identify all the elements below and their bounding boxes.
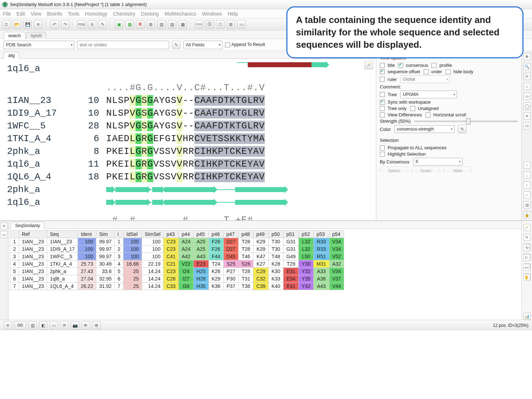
tree-checkbox[interactable]: Tree	[380, 92, 397, 97]
ruler-checkbox[interactable]: ruler	[380, 77, 397, 82]
hide-button[interactable]: Hide	[444, 167, 472, 172]
layout-icon[interactable]: ▭	[237, 20, 246, 29]
edit-icon[interactable]: ✎	[98, 20, 107, 29]
strength-slider[interactable]	[414, 121, 518, 122]
circle-icon[interactable]: ◯	[524, 103, 531, 110]
table-header[interactable]: p45	[194, 231, 209, 238]
seq-residues[interactable]: PKEILGRGVSSVVRRCIHKPTCKEYAV	[106, 145, 265, 158]
propagate-checkbox[interactable]: Propagate to ALL sequences	[380, 145, 446, 150]
lock-icon[interactable]: 🔒	[524, 211, 531, 218]
table-header[interactable]: IdSel	[124, 231, 142, 238]
table-header[interactable]: p44	[179, 231, 194, 238]
table-header[interactable]: p49	[253, 231, 269, 238]
alignment-body[interactable]: 🪄 1ql6_a ....#G.G....V..C#...T...#.V 1IA…	[0, 59, 376, 220]
grid4-icon[interactable]: ▦	[178, 20, 187, 29]
table-row[interactable]: 11IAN__231IAN__2310099.971100100C23A24A2…	[10, 238, 344, 245]
seq-offset-checkbox[interactable]: sequence offset	[380, 69, 420, 74]
close-pane-icon[interactable]: ✕	[1, 222, 8, 230]
menu-windows[interactable]: Windows	[202, 11, 222, 17]
refresh-icon[interactable]: ⟳	[60, 321, 69, 330]
table-row[interactable]: 51IAN__232phk_a27.4333.652514.24C23I24H2…	[10, 268, 344, 275]
table-row[interactable]: 41IAN__231TKI_A_425.7330.49416.6622.19C2…	[10, 260, 344, 268]
seq-similarity-table[interactable]: RefSeqIdentSimiIdSelSimSelp43p44p45p46p4…	[10, 230, 344, 290]
select-green-icon[interactable]: ▣	[115, 20, 123, 29]
table-header[interactable]: p54	[329, 231, 344, 238]
table-header[interactable]: Seq	[47, 231, 78, 238]
sync-checkbox[interactable]: Sync with workspace	[380, 99, 430, 105]
tab-search[interactable]: search	[4, 32, 25, 39]
go-button[interactable]: GO	[14, 321, 26, 330]
load-pdb-icon[interactable]: ⎘	[88, 20, 96, 29]
close-icon[interactable]: ✕	[34, 20, 42, 29]
wand2-icon[interactable]: 🪄	[524, 224, 531, 231]
tab-seqsimilarity[interactable]: SeqSimilarity	[11, 222, 45, 229]
chart-icon[interactable]: 📊	[524, 313, 531, 320]
seq-residues[interactable]: NLSPVGSGAYGSV--CAAFDTKTGLRV	[106, 94, 265, 107]
invert-button[interactable]: Invert	[412, 167, 440, 172]
highlight-checkbox[interactable]: Highlight Selection	[380, 151, 426, 157]
hand-icon[interactable]: ✋	[523, 274, 530, 281]
menu-molmechanics[interactable]: MolMechanics	[165, 11, 196, 17]
select-green2-icon[interactable]: ▦	[125, 20, 134, 29]
select-rect-icon[interactable]: ▭	[524, 93, 531, 100]
hex-icon[interactable]: ⬡	[216, 20, 224, 29]
undo-icon[interactable]: ↶	[50, 20, 59, 29]
pdb-search-icon[interactable]: PDB	[77, 20, 86, 29]
menu-chemistry[interactable]: Chemistry	[113, 11, 135, 17]
table-header[interactable]: p47	[223, 231, 239, 238]
table-header[interactable]: p43	[164, 231, 179, 238]
search-edit-icon[interactable]: ✎	[172, 41, 181, 49]
home-icon[interactable]: ⌂	[524, 83, 531, 90]
table-header[interactable]: i	[115, 231, 124, 238]
tab-ligedit[interactable]: ligedit	[26, 32, 46, 39]
table-header[interactable]: p46	[208, 231, 223, 238]
grid2-icon[interactable]: ▥	[157, 20, 166, 29]
save-icon[interactable]: 💾	[23, 20, 32, 29]
hide-body-checkbox[interactable]: hide body	[446, 69, 473, 74]
color-mode-combo[interactable]: consensus-strength	[394, 125, 454, 133]
camera-icon[interactable]: 📷	[71, 321, 79, 330]
pencil2-icon[interactable]: ✎	[524, 234, 531, 241]
hscroll-checkbox[interactable]: Horizontal scroll	[425, 112, 466, 117]
status-close-icon[interactable]: ✕	[4, 321, 12, 330]
esc-icon[interactable]: esc	[523, 264, 530, 271]
gear-icon[interactable]: ⚙	[92, 321, 101, 330]
table-header[interactable]: p52	[299, 231, 314, 238]
layout3-icon[interactable]: ▭	[50, 321, 58, 330]
title-checkbox[interactable]: title	[380, 63, 395, 68]
grid3-icon[interactable]: ▤	[168, 20, 176, 29]
table-header[interactable]: SimSel	[142, 231, 164, 238]
menu-help[interactable]: Help	[228, 11, 238, 17]
menu-file[interactable]: File	[3, 11, 11, 17]
table-header[interactable]: Ref	[19, 231, 47, 238]
by-consensus-combo[interactable]: X	[413, 158, 463, 166]
search-mode-combo[interactable]: PDB Search	[4, 41, 74, 49]
layout2-icon[interactable]: ◧	[39, 321, 47, 330]
arrows-v-icon[interactable]: ↕	[524, 181, 531, 189]
table-header[interactable]	[10, 231, 19, 238]
ruler-mode-combo[interactable]: Global	[400, 75, 450, 83]
wand-icon[interactable]: 🪄	[365, 61, 373, 69]
menu-view[interactable]: View	[31, 11, 41, 17]
dock-icon[interactable]: ▭	[1, 231, 8, 238]
open-icon[interactable]: 📂	[13, 20, 21, 29]
table-header[interactable]: p50	[268, 231, 283, 238]
seq-residues[interactable]: NLSPVGSGAYGSV--CAAFDTKTGLRV	[106, 120, 265, 132]
tree-only-checkbox[interactable]: Tree only	[380, 106, 407, 111]
table-row[interactable]: 31IAN__231WFC__510099.973100100C41A42A43…	[10, 253, 344, 260]
new-icon[interactable]: 🗋	[2, 20, 11, 29]
tree-mode-combo[interactable]: UPGMA	[400, 91, 457, 98]
boxes-icon[interactable]: ⊞	[227, 20, 235, 29]
menu-bioinfo[interactable]: Bioinfo	[47, 11, 62, 17]
table-header[interactable]: p51	[283, 231, 298, 238]
pencil-icon[interactable]: ✎	[458, 125, 467, 133]
order-checkbox[interactable]: order	[424, 69, 442, 74]
hatch-icon[interactable]: ▨	[524, 201, 531, 208]
move-icon[interactable]: ✥	[524, 53, 531, 60]
select-button[interactable]: Select	[380, 167, 408, 172]
x-icon[interactable]: ✕	[524, 112, 531, 120]
menu-edit[interactable]: Edit	[17, 11, 25, 17]
r-icon[interactable]: R	[136, 20, 144, 29]
table-header[interactable]: Ident	[78, 231, 96, 238]
arrow-down-icon[interactable]: ↓	[524, 172, 531, 179]
